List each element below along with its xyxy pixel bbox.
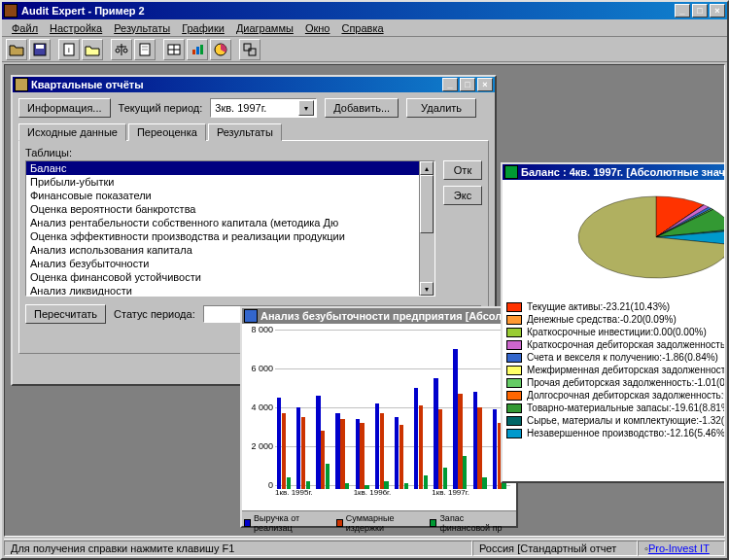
maximize-button[interactable]: □ [692,4,708,18]
legend-swatch [506,353,522,363]
legend-swatch [506,391,522,401]
menu-help[interactable]: Справка [335,22,389,34]
y-tick-label: 0 [268,480,273,490]
tab-source-data[interactable]: Исходные данные [18,123,126,141]
list-item[interactable]: Баланс [26,161,434,175]
menu-settings[interactable]: Настройка [44,22,108,34]
pie-legend-item: Незавершенное производство:-12.16(5.46%) [506,427,725,439]
menu-charts[interactable]: Графики [176,22,230,34]
list-item[interactable]: Оценка эффективности производства и реал… [26,229,434,243]
bar [340,419,344,489]
tool-arrange-icon[interactable] [239,39,260,60]
recalculate-button[interactable]: Пересчитать [25,304,106,324]
legend-item: Выручка от реализац [244,513,327,533]
tool-info-icon[interactable]: i [58,39,80,60]
piechart-icon [504,165,518,179]
status-period-label: Статус периода: [114,308,195,320]
pie-legend-item: Текущие активы:-23.21(10.43%) [506,300,725,313]
scroll-thumb[interactable] [420,175,434,233]
legend-swatch [506,416,522,426]
delete-button[interactable]: Удалить [406,98,476,118]
legend-swatch [506,403,522,413]
legend-swatch [506,366,522,375]
reports-close-button[interactable]: × [477,78,493,91]
list-item[interactable]: Анализ безубыточности [26,257,434,270]
vendor-link[interactable]: Pro-Invest IT [648,542,710,554]
legend-label: Денежные средства:-0.20(0.09%) [527,314,677,325]
x-tick-label: 1кв. 1996г. [354,488,392,497]
pie-holder [506,184,725,300]
main-window: Audit Expert - Пример 2 _ □ × Файл Настр… [0,0,729,560]
bar [473,392,477,489]
scrollbar[interactable]: ▴ ▾ [419,161,434,296]
tool-table-icon[interactable] [163,39,185,60]
legend-label: Суммарные издержки [346,513,421,533]
list-item[interactable]: Финансовые показатели [26,189,434,202]
minimize-button[interactable]: _ [675,4,690,18]
list-item[interactable]: Прибыли-убытки [26,175,434,189]
tool-chart-icon[interactable] [187,39,208,60]
pie-legend-item: Счета и векселя к получению:-1.86(0.84%) [506,351,725,364]
bar [463,456,467,489]
scroll-down-icon[interactable]: ▾ [420,282,434,296]
y-tick-label: 6 000 [251,364,273,373]
close-button[interactable]: × [710,4,725,18]
list-item[interactable]: Анализ рентабельности собственного капит… [26,216,434,229]
legend-label: Незавершенное производство:-12.16(5.46%) [527,428,725,438]
period-combo[interactable]: 3кв. 1997г. ▾ [210,98,317,118]
svg-rect-1 [36,45,44,49]
bar-chart: 02 0004 0006 0008 0001кв. 1995г.1кв. 199… [242,324,516,510]
menu-file[interactable]: Файл [6,22,44,34]
bar [438,409,442,489]
bar [282,413,286,489]
reports-maximize-button[interactable]: □ [460,78,475,91]
tab-revaluation[interactable]: Переоценка [128,123,206,141]
list-item[interactable]: Анализ ликвидности [26,284,434,297]
tool-open-icon[interactable] [6,39,27,60]
bar [443,468,447,489]
tool-folder-icon[interactable] [82,39,103,60]
tool-save-icon[interactable] [29,39,51,60]
info-button[interactable]: Информация... [18,98,111,118]
pie-chart [559,184,725,300]
reports-icon [15,78,28,91]
tool-balance-icon[interactable] [111,39,132,60]
export-button[interactable]: Экс [443,186,482,205]
tool-pie-icon[interactable] [210,39,231,60]
menu-window[interactable]: Окно [299,22,336,34]
barchart-window: Анализ безубыточности предприятия [Абсол… [240,306,518,528]
window-controls: _ □ × [675,4,725,18]
list-item[interactable]: Анализ использования капитала [26,243,434,257]
scroll-up-icon[interactable]: ▴ [420,161,434,175]
period-value: 3кв. 1997г. [213,102,298,114]
menu-results[interactable]: Результаты [108,22,176,34]
legend-swatch [506,302,522,312]
legend-item: Запас финансовой пр [430,513,514,533]
list-item[interactable]: Оценка вероятности банкротства [26,202,434,216]
reports-title: Квартальные отчёты [31,79,442,90]
tables-listbox[interactable]: БалансПрибыли-убыткиФинансовые показател… [25,160,435,297]
y-tick-label: 8 000 [251,325,273,334]
pie-legend: Текущие активы:-23.21(10.43%)Денежные ср… [506,300,725,477]
tab-results[interactable]: Результаты [208,123,282,141]
legend-label: Запас финансовой пр [439,513,514,533]
tool-text-icon[interactable] [134,39,156,60]
bar [434,378,437,489]
status-link: ◦ Pro-Invest IT [638,541,725,556]
add-button[interactable]: Добавить... [325,98,399,118]
svg-rect-16 [200,45,203,54]
pie-legend-item: Прочая дебиторская задолженность:-1.01(0… [506,376,725,389]
svg-rect-14 [192,50,195,54]
status-region: Россия [Стандартный отчет [472,541,638,556]
chevron-down-icon[interactable]: ▾ [298,100,314,116]
legend-swatch [336,519,343,527]
list-item[interactable]: Оценка финансовой устойчивости [26,270,434,284]
menu-diagrams[interactable]: Диаграммы [230,22,299,34]
reports-minimize-button[interactable]: _ [442,78,458,91]
open-button[interactable]: Отк [443,160,482,180]
svg-rect-18 [244,44,251,51]
legend-label: Сырье, материалы и комплектующие:-1.32(0… [527,415,725,426]
app-icon [4,4,17,18]
period-label: Текущий период: [119,102,203,114]
bar [414,388,418,489]
